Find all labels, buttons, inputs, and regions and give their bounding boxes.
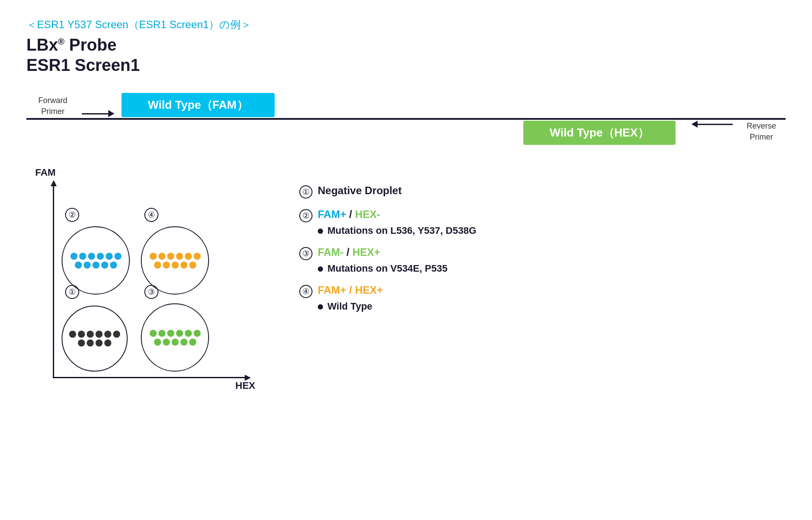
forward-section: ForwardPrimer Wild Type（FAM） bbox=[26, 93, 786, 117]
legend-item-2: ② FAM+ / HEX- bbox=[299, 208, 786, 222]
chart-area: FAM HEX bbox=[26, 158, 273, 405]
sub-text-4: Wild Type bbox=[327, 301, 372, 312]
legend-text-3: FAM- / HEX+ bbox=[318, 246, 380, 258]
legend-num-2: ② bbox=[299, 209, 312, 222]
sep-3: / bbox=[346, 246, 352, 258]
legend-item-4: ④ FAM+ / HEX+ bbox=[299, 284, 786, 298]
droplet-4 bbox=[141, 226, 209, 295]
reverse-section: Wild Type（HEX） ReversePrimer bbox=[26, 121, 786, 145]
legend-num-1: ① bbox=[299, 185, 312, 199]
reverse-arrow bbox=[691, 121, 733, 128]
axes-container: FAM HEX bbox=[26, 158, 255, 405]
y-axis-arrow bbox=[51, 180, 57, 186]
legend-item-1: ① Negative Droplet bbox=[299, 184, 786, 199]
y-label: FAM bbox=[35, 167, 55, 178]
reg-symbol: ® bbox=[58, 37, 65, 46]
fam-plus-label: FAM+ bbox=[318, 208, 346, 220]
hex-probe-bar: Wild Type（HEX） bbox=[523, 121, 676, 145]
circle-label-4 bbox=[144, 208, 158, 222]
fam-minus-label: FAM- bbox=[318, 246, 344, 258]
fam-probe-bar: Wild Type（FAM） bbox=[121, 93, 275, 117]
x-axis bbox=[53, 377, 246, 378]
probe-diagram: ForwardPrimer Wild Type（FAM） Wild Type（H… bbox=[26, 93, 786, 145]
legend-text-1: Negative Droplet bbox=[318, 184, 402, 197]
title-line2: Probe bbox=[65, 36, 117, 54]
hex-minus-label: HEX- bbox=[355, 208, 380, 220]
sub-dot-4 bbox=[318, 304, 323, 310]
forward-arrow bbox=[82, 110, 114, 117]
droplet-2 bbox=[62, 226, 130, 295]
legend-area: ① Negative Droplet ② FAM+ / HEX- Mutatio… bbox=[299, 158, 786, 405]
main-content: FAM HEX bbox=[26, 158, 786, 405]
hex-plus-label: HEX+ bbox=[353, 246, 380, 258]
legend-sub-2: Mutations on L536, Y537, D538G bbox=[318, 225, 786, 236]
droplet-1 bbox=[62, 306, 128, 372]
legend-text-2: FAM+ / HEX- bbox=[318, 208, 380, 221]
title-block: LBx® Probe ESR1 Screen1 bbox=[26, 35, 786, 75]
dna-line bbox=[26, 118, 786, 120]
legend-text-4: FAM+ / HEX+ bbox=[318, 284, 383, 296]
title-line3: ESR1 Screen1 bbox=[26, 56, 140, 74]
hex-plus2-label: HEX+ bbox=[355, 284, 383, 296]
title-line1: LBx bbox=[26, 36, 58, 54]
sep-4: / bbox=[349, 284, 355, 296]
y-axis bbox=[53, 184, 54, 378]
droplet-3 bbox=[141, 303, 209, 372]
legend-sub-3: Mutations on V534E, P535 bbox=[318, 263, 786, 274]
sep-2: / bbox=[349, 208, 355, 220]
sub-dot-3 bbox=[318, 266, 323, 272]
sub-text-3: Mutations on V534E, P535 bbox=[327, 263, 448, 274]
circle-label-2 bbox=[65, 208, 79, 222]
reverse-primer-label: ReversePrimer bbox=[737, 121, 786, 143]
legend-num-4: ④ bbox=[299, 285, 312, 298]
subtitle: ＜ESR1 Y537 Screen（ESR1 Screen1）の例＞ bbox=[26, 18, 786, 32]
x-label: HEX bbox=[235, 380, 255, 391]
legend-item-3: ③ FAM- / HEX+ bbox=[299, 246, 786, 260]
fam-plus2-label: FAM+ bbox=[318, 284, 346, 296]
legend-num-3: ③ bbox=[299, 247, 312, 260]
legend-sub-4: Wild Type bbox=[318, 301, 786, 312]
sub-text-2: Mutations on L536, Y537, D538G bbox=[327, 225, 476, 236]
forward-primer-label: ForwardPrimer bbox=[26, 95, 79, 117]
sub-dot-2 bbox=[318, 229, 323, 234]
